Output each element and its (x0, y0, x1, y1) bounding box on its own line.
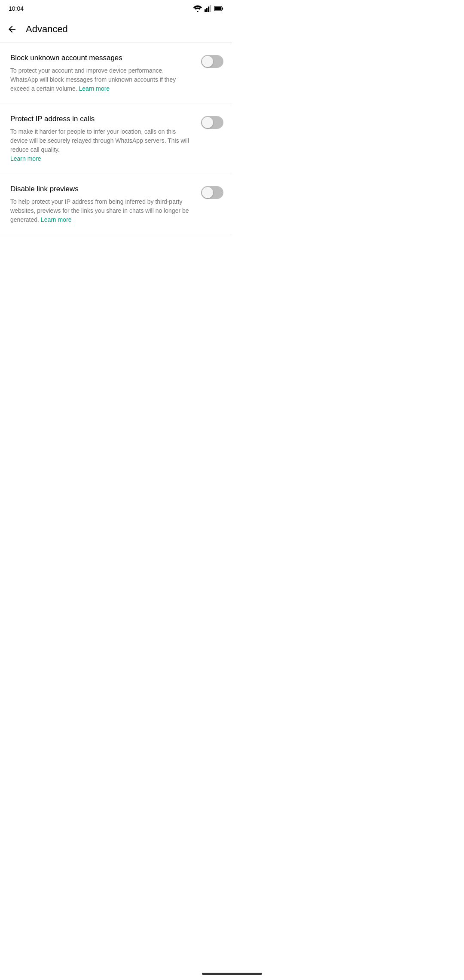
page-title: Advanced (26, 24, 68, 35)
block-unknown-learn-more[interactable]: Learn more (79, 85, 110, 92)
disable-link-previews-toggle[interactable] (201, 186, 223, 199)
protect-ip-description: To make it harder for people to infer yo… (10, 127, 192, 163)
status-time: 10:04 (9, 5, 24, 12)
disable-link-previews-description: To help protect your IP address from bei… (10, 197, 192, 224)
settings-list: Block unknown account messages To protec… (0, 43, 232, 235)
block-unknown-title: Block unknown account messages (10, 53, 192, 63)
battery-icon (214, 6, 223, 12)
svg-rect-1 (206, 8, 208, 12)
status-icons (193, 5, 223, 12)
disable-link-previews-toggle-knob (202, 187, 213, 198)
signal-icon (205, 5, 211, 12)
disable-link-previews-title: Disable link previews (10, 184, 192, 194)
protect-ip-toggle-knob (202, 117, 213, 128)
toolbar: Advanced (0, 15, 232, 43)
settings-item-content: Block unknown account messages To protec… (10, 53, 201, 93)
protect-ip-learn-more[interactable]: Learn more (10, 155, 41, 162)
protect-ip-title: Protect IP address in calls (10, 114, 192, 124)
settings-item-protect-ip: Protect IP address in calls To make it h… (0, 104, 232, 174)
settings-item-disable-link-previews: Disable link previews To help protect yo… (0, 174, 232, 235)
block-unknown-toggle[interactable] (201, 55, 223, 68)
disable-link-previews-learn-more[interactable]: Learn more (41, 216, 72, 223)
protect-ip-toggle[interactable] (201, 116, 223, 129)
svg-rect-0 (205, 9, 206, 12)
svg-rect-6 (214, 7, 221, 10)
settings-item-block-unknown: Block unknown account messages To protec… (0, 43, 232, 104)
svg-rect-3 (210, 5, 211, 12)
wifi-icon (193, 5, 202, 12)
block-unknown-toggle-knob (202, 56, 213, 67)
settings-item-content-3: Disable link previews To help protect yo… (10, 184, 201, 224)
svg-rect-2 (208, 6, 209, 12)
status-bar: 10:04 (0, 0, 232, 15)
block-unknown-description: To protect your account and improve devi… (10, 66, 192, 93)
back-button[interactable] (7, 24, 17, 34)
svg-rect-5 (222, 7, 223, 9)
settings-item-content-2: Protect IP address in calls To make it h… (10, 114, 201, 163)
